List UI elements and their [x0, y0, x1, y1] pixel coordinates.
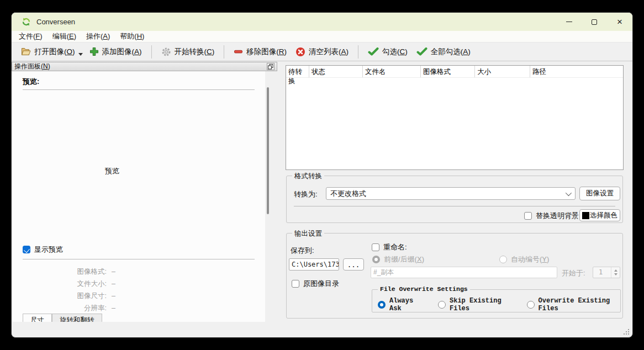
replace-transparent-label: 替换透明背景	[536, 211, 579, 221]
info-resolution-label: 分辨率:	[13, 304, 107, 313]
open-images-dropdown-icon[interactable]	[78, 53, 83, 56]
file-list-body[interactable]	[286, 78, 623, 169]
column-image-format[interactable]: 图像格式	[421, 66, 475, 77]
rename-pattern-input: #_副本	[371, 267, 557, 278]
always-ask-radio[interactable]: Always Ask	[378, 297, 420, 312]
tab-dimensions[interactable]: 尺寸	[23, 314, 52, 322]
start-conversion-button[interactable]: 开始转换(C)	[157, 45, 219, 59]
add-images-button[interactable]: 添加图像(A)	[85, 45, 146, 59]
menu-file[interactable]: 文件(F)	[14, 30, 47, 43]
same-directory-checkbox[interactable]: 原图像目录	[292, 279, 339, 289]
minimize-button[interactable]	[556, 13, 582, 31]
actions-panel-content: 预览: 预览 显示预览 图像格式: – 文件大小: – 图像尺寸: –	[13, 71, 265, 322]
column-status[interactable]: 状态	[309, 66, 363, 77]
check-all-icon	[416, 47, 427, 56]
tab-rotate-flip[interactable]: 旋转和翻转	[52, 314, 102, 322]
remove-images-button[interactable]: 移除图像(R)	[229, 45, 291, 59]
file-overwrite-title: File Overwrite Settings	[378, 285, 470, 293]
file-list-header: 待转换 状态 文件名 图像格式 大小 路径	[286, 66, 623, 78]
clear-list-label: 清空列表(A)	[309, 47, 349, 57]
info-dimensions-value: –	[112, 292, 115, 300]
app-window: Converseen × 文件(F) 编辑(E) 操作(A) 帮助(H) 打开图…	[11, 12, 633, 338]
image-settings-button[interactable]: 图像设置	[579, 187, 620, 200]
save-path-input[interactable]: C:\Users\17371	[289, 258, 339, 271]
replace-transparent-checkbox[interactable]: 替换透明背景	[524, 211, 579, 221]
file-overwrite-group: File Overwrite Settings Always Ask Skip …	[372, 289, 621, 312]
auto-number-radio: 自动编号(Y)	[499, 254, 549, 264]
auto-number-label: 自动编号(Y)	[511, 254, 549, 264]
show-preview-label: 显示预览	[34, 245, 63, 254]
image-settings-label: 图像设置	[586, 189, 614, 198]
float-panel-button[interactable]	[267, 63, 275, 70]
always-ask-label: Always Ask	[389, 297, 420, 312]
panel-scrollbar-handle[interactable]	[267, 87, 269, 214]
format-conversion-group: 格式转换 转换为: 不更改格式 图像设置 替换透明背景 选择颜色	[286, 176, 623, 223]
same-directory-checkbox-box	[292, 280, 299, 288]
close-button[interactable]: ×	[607, 13, 632, 31]
check-icon	[368, 47, 379, 56]
same-directory-label: 原图像目录	[303, 279, 339, 289]
skip-existing-radio[interactable]: Skip Existing Files	[438, 297, 510, 312]
info-filesize-label: 文件大小:	[13, 279, 107, 289]
info-row-format: 图像格式: –	[13, 266, 178, 278]
rename-checkbox[interactable]: 重命名:	[372, 242, 407, 252]
choose-color-button[interactable]: 选择颜色	[579, 209, 620, 221]
start-at-label: 开始于:	[562, 268, 585, 278]
start-at-value: 1	[593, 267, 611, 278]
column-to-convert[interactable]: 待转换	[286, 66, 309, 77]
titlebar: Converseen ×	[12, 13, 632, 31]
resize-grip[interactable]	[622, 328, 630, 335]
chevron-down-icon	[566, 189, 572, 195]
column-size[interactable]: 大小	[475, 66, 530, 77]
replace-transparent-checkbox-box	[524, 212, 532, 220]
browse-button[interactable]: ...	[343, 258, 364, 271]
divider	[23, 89, 255, 90]
add-images-label: 添加图像(A)	[102, 47, 142, 57]
main-area: 操作面板(N) 预览: 预览 显示预览 图像格式: –	[12, 61, 632, 338]
skip-existing-radio-circle	[438, 301, 446, 309]
check-button[interactable]: 勾选(C)	[363, 45, 412, 59]
preview-title: 预览:	[23, 77, 39, 87]
open-images-button[interactable]: 打开图像(O)	[16, 45, 80, 59]
column-filename[interactable]: 文件名	[363, 66, 421, 77]
open-folder-icon	[20, 47, 31, 56]
save-path-value: C:\Users\17371	[292, 261, 339, 268]
check-all-button[interactable]: 全部勾选(A)	[412, 45, 475, 59]
app-logo-icon	[22, 17, 31, 26]
convert-to-label: 转换为:	[294, 189, 318, 199]
always-ask-radio-circle	[378, 301, 386, 309]
menu-actions[interactable]: 操作(A)	[81, 30, 115, 43]
maximize-icon	[592, 19, 597, 25]
toolbar: 打开图像(O) 添加图像(A) 开始转换(C) 移除图像(R)	[12, 43, 632, 61]
rename-pattern-value: #_副本	[373, 268, 394, 277]
choose-color-label: 选择颜色	[590, 211, 617, 220]
clear-list-button[interactable]: 清空列表(A)	[291, 45, 353, 59]
panel-scrollbar	[266, 71, 270, 322]
overwrite-options: Always Ask Skip Existing Files Overwrite…	[378, 297, 615, 312]
overwrite-existing-radio[interactable]: Overwrite Existing Files	[527, 297, 615, 312]
check-label: 勾选(C)	[382, 47, 408, 57]
prefix-suffix-radio-circle	[372, 256, 380, 263]
column-path[interactable]: 路径	[530, 66, 623, 77]
preview-placeholder: 预览	[93, 166, 131, 176]
show-preview-checkbox[interactable]: 显示预览	[23, 245, 63, 254]
output-group-title: 输出设置	[292, 229, 324, 238]
remove-images-label: 移除图像(R)	[246, 47, 287, 57]
overwrite-existing-label: Overwrite Existing Files	[539, 297, 615, 312]
actions-panel-title: 操作面板(N)	[14, 62, 50, 71]
info-format-value: –	[112, 268, 115, 275]
image-info: 图像格式: – 文件大小: – 图像尺寸: – 分辨率: –	[13, 266, 178, 314]
divider	[294, 206, 615, 206]
info-row-resolution: 分辨率: –	[13, 302, 178, 314]
format-select[interactable]: 不更改格式	[326, 187, 576, 200]
menu-help[interactable]: 帮助(H)	[115, 30, 149, 43]
rename-label: 重命名:	[383, 242, 407, 252]
skip-existing-label: Skip Existing Files	[450, 297, 510, 312]
actions-panel-header: 操作面板(N)	[12, 62, 277, 71]
maximize-button[interactable]	[582, 13, 607, 31]
menu-edit[interactable]: 编辑(E)	[47, 30, 81, 43]
spinner-down-icon	[614, 273, 617, 275]
show-preview-checkbox-box	[23, 246, 30, 253]
add-plus-icon	[89, 47, 99, 56]
rename-checkbox-box	[372, 243, 379, 251]
